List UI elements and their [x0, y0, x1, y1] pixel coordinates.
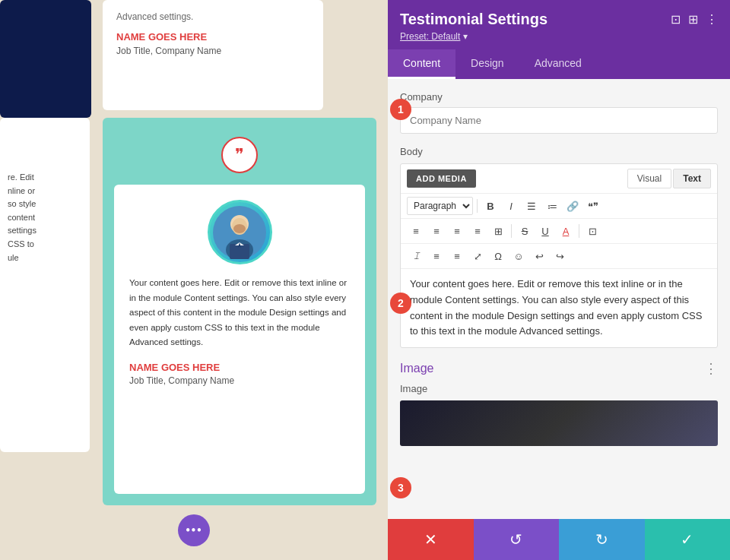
- editor-container: ADD MEDIA Visual Text Paragraph B I ☰ ≔: [400, 163, 718, 348]
- image-preview[interactable]: [400, 400, 718, 446]
- outdent-button[interactable]: ≡: [448, 247, 466, 265]
- separator: [477, 199, 478, 213]
- undo-button[interactable]: ↩: [530, 247, 548, 265]
- card-inner-white: Your content goes here. Edit or remove t…: [114, 185, 365, 494]
- cancel-button[interactable]: ✕: [388, 519, 474, 560]
- quote-circle: ❞: [221, 137, 258, 173]
- tab-advanced[interactable]: Advanced: [519, 49, 597, 79]
- panel-content: Company Body ADD MEDIA Visual Text: [388, 79, 730, 519]
- visual-text-tabs: Visual Text: [627, 169, 711, 188]
- body-label: Body: [400, 146, 718, 157]
- quote-icon: ❞: [235, 147, 244, 163]
- add-media-button[interactable]: ADD MEDIA: [407, 169, 476, 188]
- body-field-section: Body ADD MEDIA Visual Text Paragraph: [400, 146, 718, 446]
- tab-visual[interactable]: Visual: [627, 169, 671, 188]
- align-center-button[interactable]: ≡: [427, 222, 446, 240]
- card-top-partial: Advanced settings. NAME GOES HERE Job Ti…: [103, 0, 323, 110]
- card-teal: ❞: [103, 118, 376, 505]
- ol-button[interactable]: ≔: [543, 197, 561, 215]
- image-section-title: Image: [400, 362, 433, 375]
- save-button[interactable]: ✓: [645, 519, 731, 560]
- step-indicator-2: 2: [390, 293, 411, 314]
- image-section-header: Image ⋮: [400, 360, 718, 377]
- undo-action-button[interactable]: ↺: [474, 519, 560, 560]
- svg-point-4: [233, 224, 246, 233]
- expand-icon[interactable]: ⊡: [671, 12, 681, 27]
- toolbar-row-3: 𝙸 ≡ ≡ ⤢ Ω ☺ ↩ ↪: [401, 244, 717, 269]
- paste-button[interactable]: ⊡: [583, 222, 601, 240]
- toolbar-row-1: Paragraph B I ☰ ≔ 🔗 ❝❞: [401, 194, 717, 219]
- panel-header: Testimonial Settings ⊡ ⊞ ⋮ Preset: Defau…: [388, 0, 730, 49]
- redo-action-button[interactable]: ↻: [559, 519, 645, 560]
- card-navy: [0, 0, 91, 118]
- bold-button[interactable]: B: [481, 197, 500, 215]
- settings-panel: Testimonial Settings ⊡ ⊞ ⋮ Preset: Defau…: [388, 0, 730, 560]
- tab-text[interactable]: Text: [673, 169, 711, 188]
- company-label: Company: [400, 91, 718, 103]
- emoji-button[interactable]: ☺: [509, 247, 528, 265]
- image-preview-inner: [400, 400, 718, 446]
- indent-left-button[interactable]: 𝙸: [407, 247, 425, 265]
- card-left-sidebar: re. Editnline orso stylecontentsettingsC…: [0, 118, 90, 452]
- action-bar: ✕ ↺ ↻ ✓: [388, 519, 730, 560]
- italic-button[interactable]: I: [502, 197, 520, 215]
- floating-menu-button[interactable]: •••: [178, 514, 210, 546]
- card2-body-text: Your content goes here. Edit or remove t…: [129, 276, 350, 350]
- more-options-icon[interactable]: ⋮: [706, 12, 718, 27]
- link-button[interactable]: 🔗: [563, 197, 582, 215]
- dots-icon: •••: [186, 523, 202, 539]
- toolbar-row-2: ≡ ≡ ≡ ≡ ⊞ S U A ⊡: [401, 219, 717, 244]
- company-field-section: Company: [400, 91, 718, 134]
- panel-title: Testimonial Settings: [400, 11, 548, 28]
- card1-job: Job Title, Company Name: [116, 46, 309, 56]
- ul-button[interactable]: ☰: [522, 197, 541, 215]
- editor-toolbar-top: ADD MEDIA Visual Text: [401, 164, 717, 194]
- quote-button[interactable]: ❝❞: [584, 197, 602, 215]
- panel-header-icons: ⊡ ⊞ ⋮: [671, 12, 718, 27]
- page-builder: Advanced settings. NAME GOES HERE Job Ti…: [0, 0, 388, 560]
- step-indicator-3: 3: [390, 477, 411, 498]
- card2-name: NAME GOES HERE: [129, 362, 350, 373]
- save-icon: ✓: [681, 530, 694, 549]
- paragraph-select[interactable]: Paragraph: [407, 197, 473, 215]
- separator3: [579, 224, 579, 238]
- redo-button[interactable]: ↪: [551, 247, 569, 265]
- table-button[interactable]: ⊞: [489, 222, 507, 240]
- image-section-more-icon[interactable]: ⋮: [704, 360, 718, 377]
- separator2: [511, 224, 512, 238]
- align-justify-button[interactable]: ≡: [468, 222, 487, 240]
- company-input[interactable]: [400, 107, 718, 134]
- tab-design[interactable]: Design: [455, 49, 519, 79]
- fullscreen-button[interactable]: ⤢: [468, 247, 487, 265]
- advanced-settings-text: Advanced settings.: [116, 11, 309, 22]
- panel-header-top: Testimonial Settings ⊡ ⊞ ⋮: [400, 11, 718, 28]
- avatar: [208, 200, 272, 264]
- special-chars-button[interactable]: Ω: [489, 247, 507, 265]
- tab-content[interactable]: Content: [388, 49, 455, 79]
- editor-body[interactable]: Your content goes here. Edit or remove t…: [401, 269, 717, 347]
- card2-job: Job Title, Company Name: [129, 375, 350, 386]
- indent-right-button[interactable]: ≡: [427, 247, 446, 265]
- align-left-button[interactable]: ≡: [407, 222, 425, 240]
- columns-icon[interactable]: ⊞: [688, 12, 698, 27]
- step-indicator-1: 1: [390, 99, 411, 120]
- panel-preset[interactable]: Preset: Default ▾: [400, 31, 718, 42]
- cancel-icon: ✕: [424, 530, 437, 549]
- strikethrough-button[interactable]: S: [516, 222, 534, 240]
- undo-action-icon: ↺: [509, 530, 522, 549]
- sidebar-content-text: re. Editnline orso stylecontentsettingsC…: [8, 171, 82, 264]
- panel-tabs: Content Design Advanced: [388, 49, 730, 79]
- card1-name: NAME GOES HERE: [116, 31, 309, 43]
- underline-button[interactable]: U: [536, 222, 554, 240]
- align-right-button[interactable]: ≡: [448, 222, 466, 240]
- image-label: Image: [400, 383, 718, 394]
- avatar-image: [213, 206, 266, 259]
- redo-action-icon: ↻: [595, 530, 608, 549]
- color-button[interactable]: A: [557, 222, 575, 240]
